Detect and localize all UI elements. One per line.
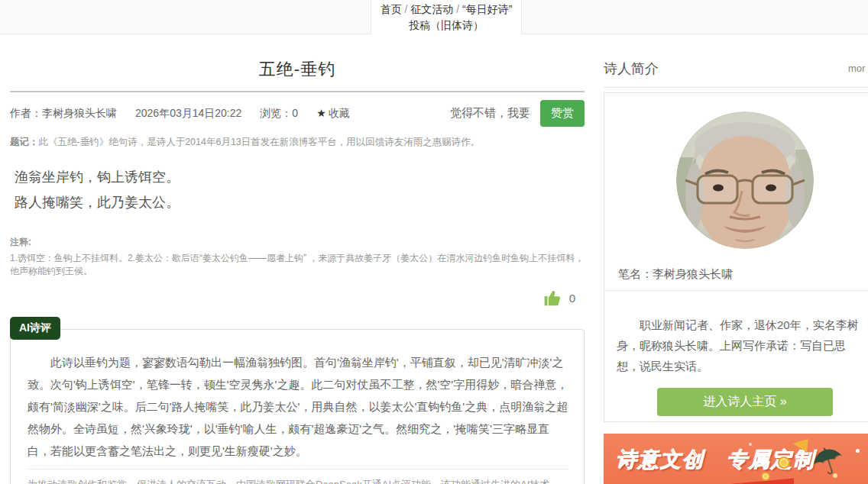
coin-icon	[761, 472, 770, 481]
praise-button[interactable]: 赞赏	[540, 100, 585, 127]
pen-name-label: 笔名：	[618, 267, 653, 280]
poet-bio: 职业新闻记者、作家，退休20年，实名李树身，昵称狼头长啸。上网写作承诺：写自已思…	[617, 315, 864, 376]
sparkle-dot	[749, 443, 752, 446]
author-link[interactable]: 李树身狼头长啸	[42, 107, 117, 119]
ribbon-graphic	[701, 479, 794, 484]
pen-name: 笔名：李树身狼头长啸	[618, 267, 733, 282]
ai-review-divider	[28, 469, 568, 469]
sparkle-dot	[856, 449, 860, 453]
poem-meta: 作者：李树身狼头长啸 2026年03月14日20:22 浏览：0 ★收藏	[10, 107, 350, 121]
coin-icon	[778, 457, 790, 469]
epigraph-text: 此《五绝-垂钓》绝句诗，是诗人于2014年6月13日首发在新浪博客平台，用以回馈…	[39, 137, 481, 147]
views-field: 浏览：0	[260, 107, 298, 121]
thumbs-up-icon[interactable]	[543, 288, 563, 308]
author-field: 作者：李树身狼头长啸	[10, 107, 117, 121]
sparkle-dot	[833, 473, 837, 478]
ai-review-box: 此诗以垂钓为题，寥寥数语勾勒出一幅渔翁独钓图。首句'渔翁坐岸钓'，平铺直叙，却已…	[10, 329, 585, 484]
ai-disclaimer: 为推动诗歌创作和鉴赏，促进诗人的交流互动，中国诗歌网现联合DeepSeek开通A…	[28, 476, 568, 484]
notes-label: 注释:	[10, 236, 585, 249]
epigraph-label: 题记：	[10, 137, 39, 147]
poet-card: 笔名：李树身狼头长啸 职业新闻记者、作家，退休20年，实名李树身，昵称狼头长啸。…	[604, 92, 868, 422]
epigraph: 题记：此《五绝-垂钓》绝句诗，是诗人于2014年6月13日首发在新浪博客平台，用…	[10, 136, 585, 149]
nav-activities-link[interactable]: 征文活动	[410, 3, 453, 15]
card-divider	[604, 290, 868, 291]
title-divider	[10, 91, 585, 92]
poet-avatar	[676, 111, 814, 249]
poem-article: 五绝-垂钓 作者：李树身狼头长啸 2026年03月14日20:22 浏览：0 ★…	[10, 44, 585, 484]
views-label: 浏览：	[260, 107, 292, 119]
poem-line: 渔翁坐岸钓，钩上诱饵空。	[15, 165, 585, 190]
praise-prompt: 觉得不错，我要	[450, 106, 530, 121]
ai-review-text: 此诗以垂钓为题，寥寥数语勾勒出一幅渔翁独钓图。首句'渔翁坐岸钓'，平铺直叙，却已…	[28, 351, 568, 462]
more-link[interactable]: mor	[848, 63, 865, 74]
poem-notes: 注释: 1.诱饵空：鱼钩上不挂饵料。2.姜太公：歇后语“姜太公钓鱼——愿者上钩”…	[10, 236, 585, 278]
breadcrumb: 首页 / 征文活动 / “每日好诗” 投稿（旧体诗）	[371, 0, 522, 34]
ai-review-badge: AI诗评	[10, 317, 60, 340]
favorite-button[interactable]: ★收藏	[316, 107, 350, 121]
poem-line: 路人掩嘴笑，此乃姜太公。	[15, 190, 585, 215]
like-count: 0	[569, 292, 575, 305]
poem-body: 渔翁坐岸钓，钩上诱饵空。 路人掩嘴笑，此乃姜太公。	[10, 165, 585, 215]
praise-area: 觉得不错，我要 赞赏	[450, 100, 585, 127]
breadcrumb-separator: /	[456, 3, 459, 15]
poet-sidebar: 诗人简介 mor	[604, 53, 868, 422]
ai-review-section: AI诗评 此诗以垂钓为题，寥寥数语勾勒出一幅渔翁独钓图。首句'渔翁坐岸钓'，平铺…	[10, 317, 585, 484]
author-label: 作者：	[10, 107, 42, 119]
breadcrumb-separator: /	[405, 3, 408, 15]
views-count: 0	[292, 107, 298, 119]
pen-name-value: 李树身狼头长啸	[653, 267, 733, 280]
favorite-label: 收藏	[329, 107, 350, 119]
poem-meta-row: 作者：李树身狼头长啸 2026年03月14日20:22 浏览：0 ★收藏 觉得不…	[10, 100, 585, 127]
nav-home-link[interactable]: 首页	[381, 3, 402, 15]
star-icon: ★	[316, 107, 326, 119]
publish-date: 2026年03月14日20:22	[135, 107, 241, 121]
notes-text: 1.诱饵空：鱼钩上不挂饵料。2.姜太公：歇后语“姜太公钓鱼——愿者上钩” ，来源…	[10, 253, 584, 276]
sidebar-header: 诗人简介 mor	[604, 53, 868, 88]
poet-homepage-button[interactable]: 进入诗人主页 »	[657, 388, 833, 416]
sidebar-title: 诗人简介	[604, 60, 659, 78]
page-title: 五绝-垂钓	[10, 58, 585, 81]
like-row: 0	[10, 288, 585, 308]
promo-banner[interactable]: 诗意文创 专属定制 ☂	[604, 434, 868, 484]
